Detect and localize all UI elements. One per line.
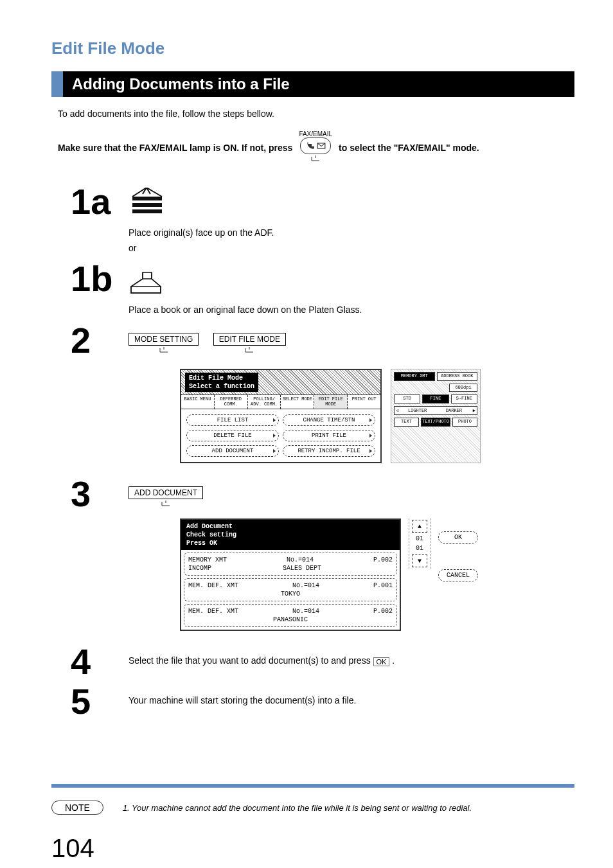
lcd-tab-select-mode: SELECT MODE bbox=[281, 395, 314, 409]
svg-rect-3 bbox=[132, 209, 162, 213]
row-type: MEMORY XMT bbox=[188, 556, 227, 564]
step-1b-caption: Place a book or an original face down on… bbox=[129, 305, 574, 315]
press-indicator-icon bbox=[243, 347, 256, 355]
step-3-display: Add Document Check setting Press OK MEMO… bbox=[180, 518, 574, 631]
edit-file-mode-key: EDIT FILE MODE bbox=[213, 333, 286, 346]
list-row: MEMORY XMTNo.=014P.002 INCOMPSALES DEPT bbox=[184, 553, 397, 576]
adf-icon bbox=[129, 188, 167, 220]
row-type: MEM. DEF. XMT bbox=[188, 581, 238, 590]
row-page: P.001 bbox=[373, 581, 393, 590]
side-text: TEXT bbox=[394, 418, 419, 427]
step-3-number: 3 bbox=[51, 476, 129, 512]
lcd-btn-delete-file: DELETE FILE bbox=[186, 430, 279, 441]
step-2-number: 2 bbox=[51, 323, 129, 359]
step-4-number: 4 bbox=[51, 644, 129, 680]
svg-rect-1 bbox=[132, 197, 162, 200]
mode-setting-key: MODE SETTING bbox=[129, 333, 199, 346]
lcd-tab-polling: POLLING/ ADV. COMM. bbox=[248, 395, 281, 409]
make-sure-prefix: Make sure that the FAX/EMAIL lamp is ON.… bbox=[58, 143, 292, 153]
section-divider bbox=[51, 784, 574, 788]
lcd-btn-add-document: ADD DOCUMENT bbox=[186, 445, 279, 457]
phone-icon bbox=[306, 141, 315, 150]
side-controls-panel: MEMORY XMT ADDRESS BOOK 600dpi STD FINE … bbox=[391, 369, 481, 463]
side-photo: PHOTO bbox=[452, 418, 477, 427]
list-row: MEM. DEF. XMTNo.=014P.001 TOKYO bbox=[184, 578, 397, 601]
svg-rect-4 bbox=[131, 287, 161, 293]
side-fine: FINE bbox=[422, 394, 449, 403]
note-label: NOTE bbox=[51, 801, 103, 815]
ok-cancel-column: OK CANCEL bbox=[438, 518, 478, 581]
add-document-key: ADD DOCUMENT bbox=[129, 486, 203, 499]
side-sfine: S-FINE bbox=[451, 394, 477, 403]
row-no: No.=014 bbox=[292, 607, 319, 616]
step-4-text-b: . bbox=[392, 655, 395, 666]
step-2-display: Edit File Mode Select a function BASIC M… bbox=[180, 369, 574, 463]
side-600dpi: 600dpi bbox=[449, 384, 477, 393]
lcd-btn-change-time: CHANGE TIME/STN bbox=[283, 414, 375, 426]
press-indicator-icon bbox=[309, 155, 322, 164]
row-page: P.002 bbox=[373, 556, 393, 564]
step-1a-caption: Place original(s) face up on the ADF. bbox=[129, 227, 574, 238]
lcd-tab-basic-menu: BASIC MENU bbox=[181, 395, 215, 409]
list-row: MEM. DEF. XMTNo.=014P.002 PANASONIC bbox=[184, 604, 397, 627]
lcd-title-l2: Select a function bbox=[189, 383, 254, 390]
side-lighter: LIGHTER bbox=[400, 408, 435, 413]
lcd3-hdr-l1: Add Document bbox=[186, 522, 395, 531]
side-std: STD bbox=[394, 394, 420, 403]
side-textphoto: TEXT/PHOTO bbox=[421, 418, 450, 427]
fax-email-label: FAX/EMAIL bbox=[299, 130, 332, 137]
side-darker: DARKER bbox=[436, 408, 472, 413]
lcd-tab-deferred: DEFERRED COMM. bbox=[215, 395, 248, 409]
row-dest: PANASONIC bbox=[273, 616, 308, 624]
step-1b-number: 1b bbox=[51, 261, 129, 297]
fax-email-button-illustration: FAX/EMAIL bbox=[299, 130, 332, 164]
step-4-text-a: Select the file that you want to add doc… bbox=[129, 655, 373, 666]
intro-text: To add documents into the file, follow t… bbox=[58, 109, 568, 119]
step-1a-number: 1a bbox=[51, 184, 129, 220]
lcd-panel-add-document: Add Document Check setting Press OK MEMO… bbox=[180, 518, 401, 631]
row-status: INCOMP bbox=[188, 564, 211, 572]
make-sure-line: Make sure that the FAX/EMAIL lamp is ON.… bbox=[58, 130, 568, 164]
triangle-right-icon: ▶ bbox=[473, 408, 475, 413]
scroll-pos-bot: 01 bbox=[416, 545, 423, 552]
press-indicator-icon bbox=[157, 347, 170, 355]
row-dest: SALES DEPT bbox=[283, 564, 321, 572]
lcd-title-l1: Edit File Mode bbox=[189, 375, 243, 382]
lcd-btn-retry-incomp: RETRY INCOMP. FILE bbox=[283, 445, 375, 457]
row-dest: TOKYO bbox=[281, 590, 300, 598]
scroll-up-icon: ▲ bbox=[412, 520, 427, 533]
step-5-number: 5 bbox=[51, 684, 129, 720]
cancel-button-illustration: CANCEL bbox=[438, 569, 478, 581]
mode-title: Edit File Mode bbox=[51, 39, 574, 58]
platen-icon bbox=[129, 265, 167, 297]
step-1a-or: or bbox=[129, 243, 574, 253]
triangle-left-icon: ◁ bbox=[396, 408, 398, 413]
ok-button-illustration: OK bbox=[438, 531, 478, 544]
row-type: MEM. DEF. XMT bbox=[188, 607, 238, 616]
note-row: NOTE 1. Your machine cannot add the docu… bbox=[51, 801, 574, 815]
step-5-text: Your machine will start storing the docu… bbox=[129, 695, 356, 705]
press-indicator-icon bbox=[159, 500, 172, 508]
side-memory-xmt: MEMORY XMT bbox=[394, 372, 435, 381]
row-page: P.002 bbox=[373, 607, 393, 616]
scroll-pos-top: 01 bbox=[416, 535, 423, 542]
lcd-panel-edit-file-mode: Edit File Mode Select a function BASIC M… bbox=[180, 369, 382, 463]
page-number: 104 bbox=[51, 834, 574, 863]
scroll-column: ▲ 01 01 ▼ bbox=[409, 518, 431, 569]
lcd-btn-print-file: PRINT FILE bbox=[283, 430, 375, 441]
lcd3-hdr-l2: Check setting bbox=[186, 531, 395, 539]
svg-rect-2 bbox=[132, 203, 162, 207]
note-text: 1. Your machine cannot add the document … bbox=[123, 803, 574, 813]
row-no: No.=014 bbox=[287, 556, 314, 564]
side-brightness: ◁ LIGHTER DARKER ▶ bbox=[394, 406, 477, 415]
make-sure-suffix: to select the "FAX/EMAIL" mode. bbox=[339, 143, 479, 153]
lcd-tabs: BASIC MENU DEFERRED COMM. POLLING/ ADV. … bbox=[181, 395, 380, 409]
row-no: No.=014 bbox=[292, 581, 319, 590]
side-address-book: ADDRESS BOOK bbox=[437, 372, 478, 381]
fax-email-icon bbox=[300, 137, 331, 154]
ok-key-inline: OK bbox=[373, 657, 390, 666]
lcd-tab-print-out: PRINT OUT bbox=[348, 395, 380, 409]
lcd3-hdr-l3: Press OK bbox=[186, 539, 395, 547]
scroll-down-icon: ▼ bbox=[412, 554, 427, 567]
lcd-tab-edit-file-mode: EDIT FILE MODE bbox=[314, 395, 348, 409]
